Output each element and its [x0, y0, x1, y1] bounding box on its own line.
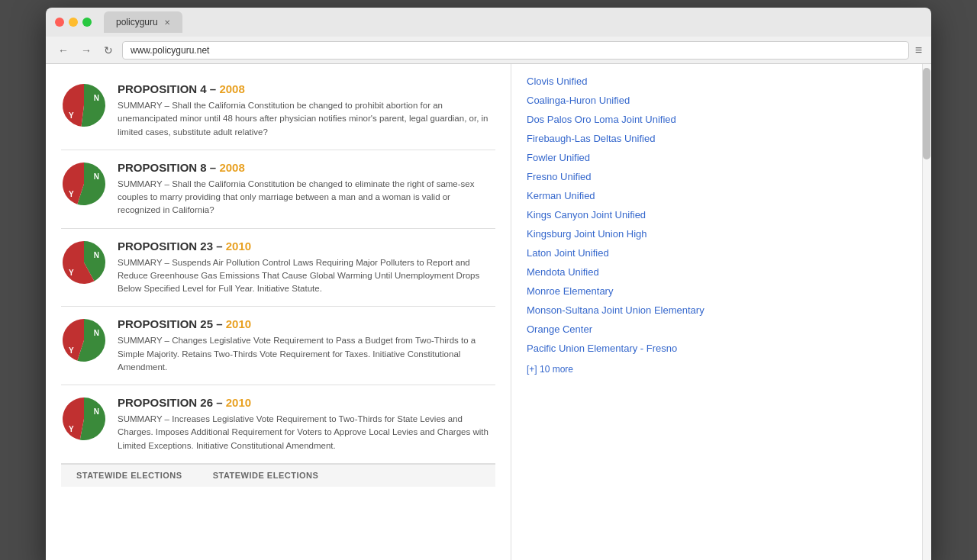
tab-close-icon[interactable]: ✕: [164, 18, 170, 27]
prop-title-prop25: PROPOSITION 25 – 2010: [118, 317, 495, 330]
prop-year-prop23: 2010: [226, 240, 251, 253]
bottom-footer: STATEWIDE ELECTIONS STATEWIDE ELECTIONS: [61, 464, 495, 487]
prop-content-prop23: PROPOSITION 23 – 2010 SUMMARY – Suspends…: [118, 240, 495, 296]
list-item: Kingsburg Joint Union High: [527, 224, 931, 243]
propositions-list: Y N PROPOSITION 4 – 2008 SUMMARY – Shall…: [61, 72, 495, 464]
prop-year-prop8: 2008: [219, 161, 244, 174]
scrollbar-track: [922, 64, 931, 560]
list-item: Dos Palos Oro Loma Joint Unified: [527, 110, 931, 129]
right-panel: Clovis UnifiedCoalinga-Huron UnifiedDos …: [511, 64, 931, 560]
prop-year-prop26: 2010: [226, 396, 251, 409]
prop-summary-prop4: SUMMARY – Shall the California Constitut…: [118, 99, 495, 139]
list-item: Monroe Elementary: [527, 282, 931, 301]
proposition-item-prop26: Y N PROPOSITION 26 – 2010 SUMMARY – Incr…: [61, 385, 495, 464]
pie-chart-prop8: Y N: [61, 161, 107, 207]
pie-yes-label: Y: [69, 190, 74, 198]
district-link[interactable]: Clovis Unified: [527, 76, 587, 87]
browser-tab[interactable]: policyguru ✕: [104, 11, 182, 33]
pie-no-label: N: [94, 329, 99, 337]
prop-summary-prop23: SUMMARY – Suspends Air Pollution Control…: [118, 256, 495, 296]
district-link[interactable]: Firebaugh-Las Deltas Unified: [527, 133, 655, 144]
prop-title-prop8: PROPOSITION 8 – 2008: [118, 161, 495, 174]
prop-content-prop8: PROPOSITION 8 – 2008 SUMMARY – Shall the…: [118, 161, 495, 217]
list-item: Clovis Unified: [527, 72, 931, 91]
maximize-button[interactable]: [82, 18, 92, 27]
prop-content-prop4: PROPOSITION 4 – 2008 SUMMARY – Shall the…: [118, 82, 495, 139]
list-item: Coalinga-Huron Unified: [527, 91, 931, 110]
pie-yes-label: Y: [69, 269, 74, 277]
more-districts-link[interactable]: [+] 10 more: [527, 364, 931, 375]
district-list: Clovis UnifiedCoalinga-Huron UnifiedDos …: [527, 72, 931, 358]
pie-no-label: N: [94, 94, 99, 102]
pie-no-label: N: [94, 251, 99, 259]
district-link[interactable]: Coalinga-Huron Unified: [527, 95, 630, 106]
pie-chart-prop23: Y N: [61, 240, 107, 285]
pie-yes-label: Y: [69, 111, 74, 120]
list-item: Kings Canyon Joint Unified: [527, 205, 931, 224]
address-bar[interactable]: [122, 41, 909, 60]
prop-year-prop4: 2008: [219, 82, 244, 95]
district-link[interactable]: Monson-Sultana Joint Union Elementary: [527, 304, 705, 316]
list-item: Kerman Unified: [527, 186, 931, 205]
prop-summary-prop8: SUMMARY – Shall the California Constitut…: [118, 178, 495, 217]
district-link[interactable]: Mendota Unified: [527, 266, 599, 278]
back-button[interactable]: ←: [55, 43, 72, 58]
district-link[interactable]: Fowler Unified: [527, 152, 590, 163]
close-button[interactable]: [55, 18, 64, 27]
list-item: Orange Center: [527, 320, 931, 339]
proposition-item-prop25: Y N PROPOSITION 25 – 2010 SUMMARY – Chan…: [61, 307, 495, 385]
list-item: Laton Joint Unified: [527, 243, 931, 262]
browser-toolbar: ← → ↻ ≡: [46, 37, 931, 64]
pie-chart-prop26: Y N: [61, 396, 107, 442]
prop-content-prop26: PROPOSITION 26 – 2010 SUMMARY – Increase…: [118, 396, 495, 452]
prop-year-prop25: 2010: [226, 317, 251, 330]
district-link[interactable]: Orange Center: [527, 323, 592, 335]
proposition-item-prop23: Y N PROPOSITION 23 – 2010 SUMMARY – Susp…: [61, 229, 495, 307]
prop-summary-prop25: SUMMARY – Changes Legislative Vote Requi…: [118, 334, 495, 374]
district-link[interactable]: Fresno Unified: [527, 171, 592, 182]
browser-titlebar: policyguru ✕: [46, 8, 931, 37]
list-item: Monson-Sultana Joint Union Elementary: [527, 301, 931, 320]
prop-title-prop4: PROPOSITION 4 – 2008: [118, 82, 495, 95]
pie-yes-label: Y: [69, 346, 74, 355]
district-link[interactable]: Kingsburg Joint Union High: [527, 228, 647, 240]
proposition-item-prop4: Y N PROPOSITION 4 – 2008 SUMMARY – Shall…: [61, 72, 495, 150]
pie-no-label: N: [94, 172, 99, 181]
district-link[interactable]: Kerman Unified: [527, 190, 595, 201]
menu-button[interactable]: ≡: [915, 43, 922, 57]
proposition-item-prop8: Y N PROPOSITION 8 – 2008 SUMMARY – Shall…: [61, 150, 495, 229]
pie-chart-prop4: Y N: [61, 82, 107, 128]
district-link[interactable]: Kings Canyon Joint Unified: [527, 209, 646, 220]
forward-button[interactable]: →: [78, 43, 95, 58]
district-link[interactable]: Pacific Union Elementary - Fresno: [527, 343, 677, 354]
district-link[interactable]: Monroe Elementary: [527, 285, 613, 297]
refresh-button[interactable]: ↻: [101, 43, 116, 58]
traffic-lights: [55, 18, 92, 27]
district-link[interactable]: Laton Joint Unified: [527, 247, 609, 259]
prop-content-prop25: PROPOSITION 25 – 2010 SUMMARY – Changes …: [118, 317, 495, 374]
list-item: Firebaugh-Las Deltas Unified: [527, 129, 931, 148]
pie-no-label: N: [94, 407, 99, 416]
page-content: Y N PROPOSITION 4 – 2008 SUMMARY – Shall…: [46, 64, 931, 560]
scrollbar-thumb[interactable]: [923, 68, 930, 159]
list-item: Pacific Union Elementary - Fresno: [527, 339, 931, 358]
footer-right-tab: STATEWIDE ELECTIONS: [213, 471, 319, 480]
prop-title-prop23: PROPOSITION 23 – 2010: [118, 240, 495, 253]
footer-left-tab: STATEWIDE ELECTIONS: [76, 471, 182, 480]
prop-summary-prop26: SUMMARY – Increases Legislative Vote Req…: [118, 413, 495, 452]
tab-bar: policyguru ✕: [104, 11, 922, 33]
prop-title-prop26: PROPOSITION 26 – 2010: [118, 396, 495, 409]
left-panel: Y N PROPOSITION 4 – 2008 SUMMARY – Shall…: [46, 64, 511, 560]
list-item: Fresno Unified: [527, 167, 931, 186]
list-item: Mendota Unified: [527, 262, 931, 282]
minimize-button[interactable]: [69, 18, 78, 27]
district-link[interactable]: Dos Palos Oro Loma Joint Unified: [527, 114, 676, 125]
pie-yes-label: Y: [69, 425, 74, 433]
pie-chart-prop25: Y N: [61, 317, 107, 363]
tab-label: policyguru: [116, 17, 158, 27]
browser-window: policyguru ✕ ← → ↻ ≡ Y N PROPOSITION 4: [46, 8, 931, 560]
list-item: Fowler Unified: [527, 148, 931, 167]
